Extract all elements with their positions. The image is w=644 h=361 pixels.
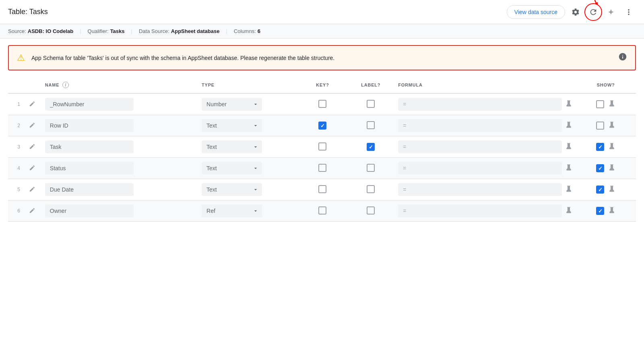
key-cell[interactable] [299,158,347,179]
formula-input[interactable] [398,98,562,111]
show-checkbox[interactable] [596,100,604,108]
label-checkbox[interactable] [367,206,375,215]
show-checkbox[interactable] [596,122,604,130]
edit-cell[interactable] [23,179,42,200]
show-flask-icon[interactable] [608,100,615,109]
table-header-row: NAME i TYPE KEY? LABEL? FORMULA SHOW? [8,77,636,93]
edit-icon[interactable] [29,123,35,130]
type-select[interactable]: Text [202,183,262,196]
label-checkbox[interactable] [367,185,375,193]
name-input[interactable] [45,119,134,132]
type-cell: Text [198,179,299,200]
key-cell[interactable] [299,136,347,158]
show-flask-icon[interactable] [608,206,615,216]
col-header-show: SHOW? [576,77,636,93]
label-cell[interactable] [347,93,395,115]
more-button[interactable] [621,5,636,19]
header: Table: Tasks View data source [0,0,644,24]
label-cell[interactable] [347,179,395,200]
formula-cell [395,136,576,158]
label-checkbox[interactable] [367,164,375,172]
edit-icon[interactable] [29,144,35,151]
columns-value: 6 [258,28,260,34]
settings-icon [571,8,580,17]
show-flask-icon[interactable] [608,121,615,130]
label-cell[interactable] [347,158,395,179]
show-checkbox[interactable] [596,143,604,151]
edit-icon[interactable] [29,187,35,194]
flask-icon[interactable] [565,121,572,130]
flask-icon[interactable] [565,100,572,109]
key-cell[interactable] [299,115,347,136]
type-select[interactable]: Number [202,98,262,111]
flask-icon[interactable] [565,206,572,216]
add-button[interactable]: + [604,5,618,19]
key-checkbox[interactable] [318,142,326,151]
show-checkbox[interactable] [596,207,604,215]
row-number: 3 [8,136,23,158]
key-checkbox[interactable] [318,100,326,108]
columns-table: NAME i TYPE KEY? LABEL? FORMULA SHOW? 1 … [8,77,636,222]
type-cell: Text [198,136,299,158]
row-number: 1 [8,93,23,115]
key-checkbox[interactable] [318,164,326,172]
key-checkbox[interactable] [318,185,326,193]
key-checkbox[interactable] [318,206,326,215]
name-input[interactable] [45,183,134,196]
show-cell [576,93,636,115]
type-select[interactable]: Text [202,162,262,175]
show-flask-icon[interactable] [608,142,615,152]
flask-icon[interactable] [565,142,572,152]
name-input[interactable] [45,140,134,153]
formula-input[interactable] [398,183,562,196]
show-cell [576,200,636,222]
label-cell[interactable] [347,115,395,136]
formula-input[interactable] [398,204,562,217]
label-checkbox[interactable] [367,143,375,151]
key-checkbox[interactable] [318,122,326,130]
key-cell[interactable] [299,93,347,115]
type-select[interactable]: Ref [202,204,262,217]
label-checkbox[interactable] [367,121,375,129]
name-input[interactable] [45,98,134,111]
edit-cell[interactable] [23,200,42,222]
type-select[interactable]: Text [202,140,262,153]
settings-button[interactable] [568,5,583,19]
edit-cell[interactable] [23,93,42,115]
show-checkbox[interactable] [596,186,604,194]
table-row: 6 Ref [8,200,636,222]
alert-info-icon[interactable] [618,52,627,63]
flask-icon[interactable] [565,185,572,194]
show-flask-icon[interactable] [608,185,615,194]
table-row: 4 Text [8,158,636,179]
label-checkbox[interactable] [367,100,375,108]
key-cell[interactable] [299,200,347,222]
edit-cell[interactable] [23,136,42,158]
name-input[interactable] [45,204,134,217]
name-info-icon[interactable]: i [62,82,69,88]
formula-input[interactable] [398,140,562,153]
key-cell[interactable] [299,179,347,200]
formula-input[interactable] [398,162,562,175]
label-cell[interactable] [347,136,395,158]
flask-icon[interactable] [565,164,572,173]
refresh-button-wrap [586,5,601,19]
edit-icon[interactable] [29,101,35,108]
row-number: 4 [8,158,23,179]
table-row: 3 Text [8,136,636,158]
type-select[interactable]: Text [202,119,262,132]
edit-icon[interactable] [29,208,35,215]
formula-input[interactable] [398,119,562,132]
show-cell [576,179,636,200]
edit-icon[interactable] [29,165,35,172]
formula-cell [395,93,576,115]
show-checkbox[interactable] [596,164,604,172]
label-cell[interactable] [347,200,395,222]
show-flask-icon[interactable] [608,164,615,173]
alert-banner: ⚠ App Schema for table 'Tasks' is out of… [8,45,636,70]
col-header-key: KEY? [299,77,347,93]
edit-cell[interactable] [23,158,42,179]
view-data-source-button[interactable]: View data source [507,5,565,19]
name-input[interactable] [45,162,134,175]
edit-cell[interactable] [23,115,42,136]
